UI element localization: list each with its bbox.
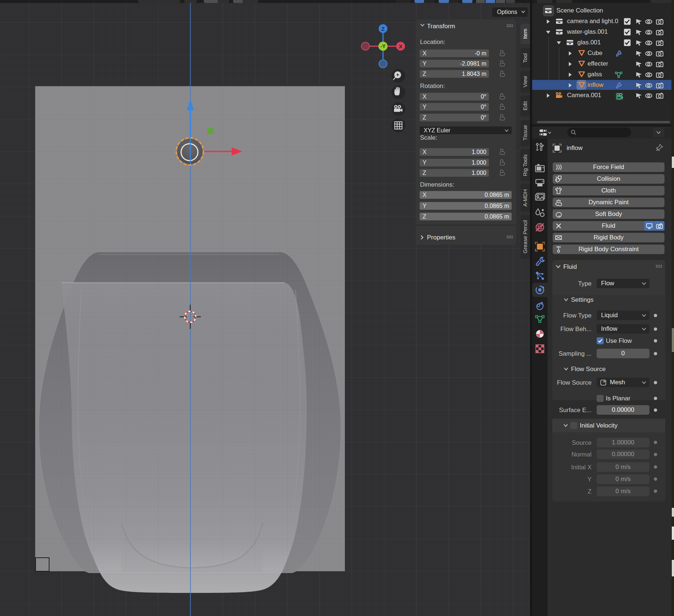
svg-text:X: X — [399, 43, 402, 50]
svg-text:-Y: -Y — [380, 43, 386, 49]
svg-text:Z: Z — [381, 26, 384, 32]
